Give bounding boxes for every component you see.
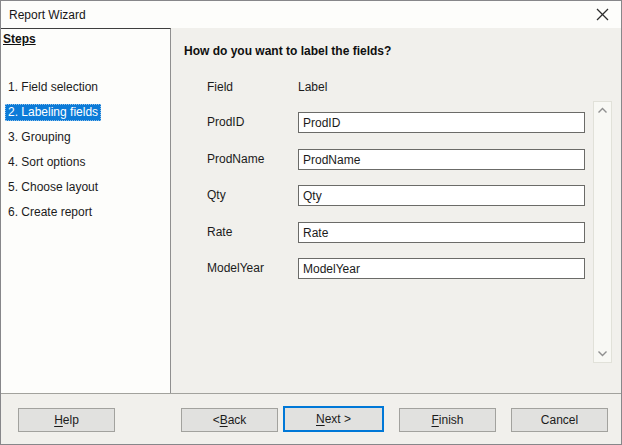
cancel-button[interactable]: Cancel (511, 408, 608, 432)
label-input-prodid[interactable] (298, 112, 585, 133)
back-button[interactable]: < Back (181, 408, 278, 432)
close-button[interactable] (587, 1, 617, 27)
scrollbar-track[interactable] (594, 114, 611, 350)
sidebar-item-sort-options[interactable]: 4. Sort options (5, 154, 88, 171)
scrollbar[interactable] (593, 101, 612, 363)
scroll-up-icon[interactable] (597, 107, 608, 114)
field-row: ProdName (207, 149, 586, 170)
next-button[interactable]: Next > (283, 406, 384, 432)
sidebar-item-choose-layout[interactable]: 5. Choose layout (5, 179, 101, 196)
field-name-modelyear: ModelYear (207, 258, 264, 279)
label-input-prodname[interactable] (298, 149, 585, 170)
label-input-modelyear[interactable] (298, 258, 585, 279)
content-panel: How do you want to label the fields? Fie… (171, 28, 621, 393)
field-name-qty: Qty (207, 185, 226, 206)
sidebar-item-grouping[interactable]: 3. Grouping (5, 129, 74, 146)
field-row: Qty (207, 185, 586, 206)
sidebar-item-field-selection[interactable]: 1. Field selection (5, 79, 101, 96)
title-bar: Report Wizard (1, 1, 621, 28)
dialog-body: Steps 1. Field selection 2. Labeling fie… (1, 28, 621, 393)
field-name-prodname: ProdName (207, 149, 264, 170)
field-row: ModelYear (207, 258, 586, 279)
help-button[interactable]: Help (18, 408, 115, 432)
report-wizard-dialog: Report Wizard Steps 1. Field selection 2… (0, 0, 622, 445)
question-heading: How do you want to label the fields? (184, 44, 391, 58)
label-input-rate[interactable] (298, 222, 585, 243)
window-title: Report Wizard (1, 8, 86, 22)
sidebar-item-create-report[interactable]: 6. Create report (5, 204, 95, 221)
field-row: ProdID (207, 112, 586, 133)
field-name-rate: Rate (207, 222, 232, 243)
sidebar-item-labeling-fields[interactable]: 2. Labeling fields (5, 104, 101, 121)
button-bar: Help < Back Next > Finish Cancel (1, 393, 621, 444)
label-input-qty[interactable] (298, 185, 585, 206)
field-row: Rate (207, 222, 586, 243)
scroll-down-icon[interactable] (597, 350, 608, 357)
column-header-field: Field (207, 80, 233, 94)
field-name-prodid: ProdID (207, 112, 244, 133)
finish-button[interactable]: Finish (399, 408, 496, 432)
steps-heading: Steps (3, 32, 170, 46)
close-icon (596, 8, 609, 21)
column-header-label: Label (298, 80, 327, 94)
steps-list: 1. Field selection 2. Labeling fields 3.… (1, 79, 169, 229)
steps-panel: Steps 1. Field selection 2. Labeling fie… (1, 28, 171, 393)
